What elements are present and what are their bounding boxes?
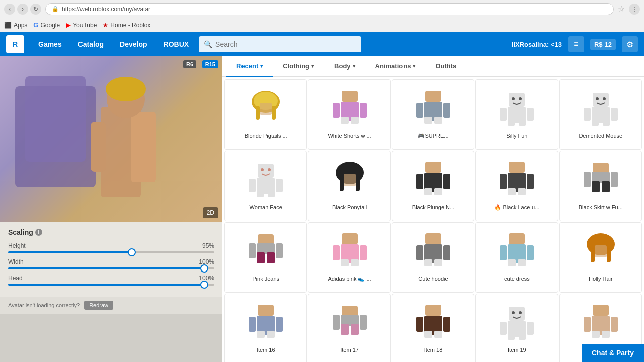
notifications-button[interactable]: ≡	[568, 36, 584, 52]
svg-rect-25	[500, 108, 507, 121]
2d-mode-button[interactable]: 2D	[203, 207, 218, 218]
forward-button[interactable]: ›	[17, 4, 28, 15]
svg-rect-115	[424, 331, 432, 338]
item-card[interactable]: 🎮SUPRE...	[392, 79, 474, 150]
item-card[interactable]: Silly Fun	[475, 79, 558, 150]
item-card[interactable]: Woman Face	[224, 151, 307, 221]
address-bar[interactable]: 🔒 https://web.roblox.com/my/avatar	[45, 3, 614, 15]
item-card[interactable]: Cute hoodie	[392, 222, 474, 293]
bookmark-youtube[interactable]: ▶ YouTube	[66, 21, 97, 29]
item-card[interactable]: Holly Hair	[559, 222, 642, 293]
svg-rect-26	[527, 108, 534, 121]
svg-rect-14	[360, 103, 367, 118]
item-card[interactable]: White Shorts w ...	[308, 79, 390, 150]
roblox-logo[interactable]: R	[6, 35, 24, 53]
body-arrow: ▾	[353, 63, 355, 69]
item-name: Pink Jeans	[252, 275, 279, 282]
search-icon: 🔍	[204, 40, 212, 48]
height-slider[interactable]	[8, 251, 214, 253]
nav-robux[interactable]: ROBUX	[155, 32, 197, 56]
redraw-button[interactable]: Redraw	[84, 301, 113, 310]
head-thumb[interactable]	[200, 281, 208, 289]
bookmark-google[interactable]: G Google	[33, 21, 60, 29]
avatar-viewport: R6 R15 2D	[0, 56, 222, 222]
robux-badge[interactable]: R$ 12	[590, 39, 616, 50]
svg-rect-111	[351, 324, 359, 335]
head-label: Head	[8, 275, 23, 282]
item-card[interactable]: Pink Jeans	[224, 222, 307, 293]
nav-develop[interactable]: Develop	[112, 32, 155, 56]
bookmark-star-button[interactable]: ☆	[618, 4, 625, 14]
item-image	[411, 298, 456, 343]
r15-badge[interactable]: R15	[202, 60, 218, 68]
svg-point-46	[261, 168, 264, 171]
svg-rect-17	[342, 90, 358, 102]
item-name: Adidas pink 👟 ...	[328, 275, 371, 282]
browser-controls: ‹ › ↻	[4, 4, 41, 15]
svg-rect-98	[607, 248, 611, 262]
svg-point-39	[603, 97, 606, 100]
nav-catalog[interactable]: Catalog	[70, 32, 112, 56]
bookmark-apps[interactable]: ⬛ Apps	[4, 22, 27, 29]
item-card[interactable]: Item 19	[475, 294, 558, 362]
width-thumb[interactable]	[200, 264, 208, 273]
clothing-arrow: ▾	[311, 63, 314, 69]
r6-badge[interactable]: R6	[183, 60, 196, 68]
scaling-info-icon[interactable]: i	[35, 229, 42, 236]
tab-recent[interactable]: Recent ▾	[226, 56, 273, 77]
svg-rect-13	[333, 103, 340, 118]
refresh-button[interactable]: ↻	[30, 4, 41, 15]
item-image	[494, 155, 539, 201]
head-slider-row: Head 100%	[8, 275, 214, 286]
height-thumb[interactable]	[128, 248, 136, 256]
item-card[interactable]: Black Skirt w Fu...	[559, 151, 642, 221]
svg-rect-22	[434, 117, 442, 124]
svg-rect-44	[268, 192, 275, 197]
svg-rect-6	[91, 122, 106, 172]
svg-rect-88	[425, 233, 441, 244]
catalog-panel[interactable]: Recent ▾ Clothing ▾ Body ▾ Animations ▾ …	[222, 56, 644, 362]
chat-party-button[interactable]: Chat & Party	[582, 344, 644, 362]
item-card[interactable]: Black Ponytail	[308, 151, 390, 221]
svg-rect-28	[519, 121, 526, 126]
item-card[interactable]: Item 16	[224, 294, 307, 362]
item-name: Holly Hair	[589, 275, 613, 282]
item-name: Item 16	[257, 346, 275, 353]
svg-rect-120	[527, 322, 534, 335]
head-slider[interactable]	[8, 284, 214, 286]
item-card[interactable]: Blonde Pigtails ...	[224, 79, 307, 150]
svg-point-5	[106, 77, 146, 101]
svg-rect-79	[360, 245, 367, 260]
item-card[interactable]: cute dress	[475, 222, 558, 293]
tab-animations[interactable]: Animations ▾	[365, 56, 426, 77]
item-card[interactable]: Black Plunge N...	[392, 151, 474, 221]
nav-search-bar[interactable]: 🔍	[199, 36, 361, 52]
bookmark-roblox-home[interactable]: ★ Home - Roblox	[103, 22, 150, 29]
tab-clothing[interactable]: Clothing ▾	[273, 56, 324, 77]
svg-rect-69	[592, 181, 600, 192]
item-name: cute dress	[504, 275, 530, 282]
url-text: https://web.roblox.com/my/avatar	[62, 6, 150, 13]
nav-right-section: iiXRosalina: <13 ≡ R$ 12 ⚙	[512, 36, 638, 52]
search-input[interactable]	[215, 40, 356, 48]
svg-rect-10	[272, 106, 276, 120]
item-image	[327, 227, 372, 272]
svg-rect-87	[434, 259, 442, 266]
item-card[interactable]: Item 18	[392, 294, 474, 362]
svg-rect-76	[267, 252, 275, 263]
nav-games[interactable]: Games	[30, 32, 70, 56]
tab-outfits[interactable]: Outfits	[425, 56, 466, 77]
menu-button[interactable]: ⋮	[629, 4, 640, 15]
width-slider[interactable]	[8, 267, 214, 269]
svg-rect-15	[341, 117, 349, 124]
item-card[interactable]: 🔥 Black Lace-u...	[475, 151, 558, 221]
tab-body[interactable]: Body ▾	[324, 56, 365, 77]
item-card[interactable]: Item 17	[308, 294, 390, 362]
back-button[interactable]: ‹	[4, 4, 15, 15]
item-card[interactable]: Demented Mouse	[559, 79, 642, 150]
item-image	[494, 298, 539, 343]
item-card[interactable]: Adidas pink 👟 ...	[308, 222, 390, 293]
svg-rect-19	[416, 103, 423, 118]
svg-rect-117	[425, 305, 441, 316]
settings-button[interactable]: ⚙	[622, 36, 638, 52]
